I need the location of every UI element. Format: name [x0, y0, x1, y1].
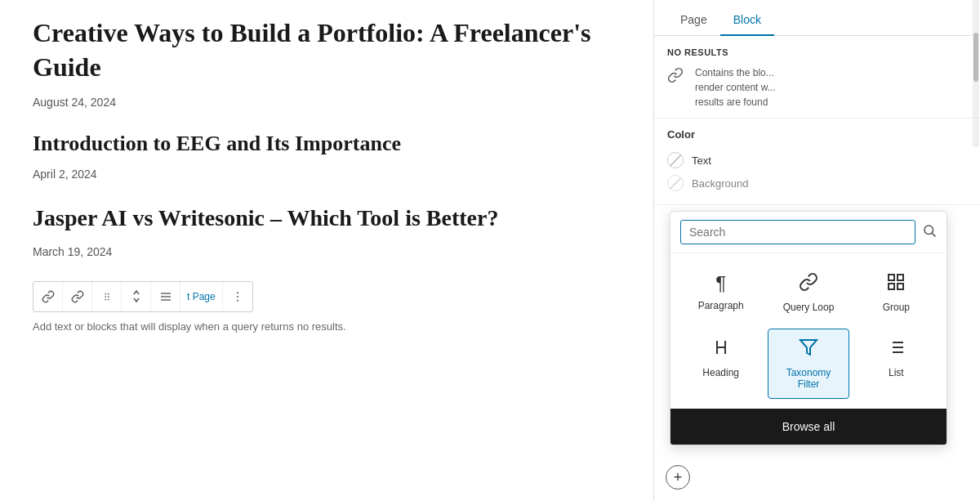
toolbar-align-btn[interactable] — [151, 282, 180, 311]
svg-marker-18 — [800, 340, 817, 355]
svg-rect-8 — [161, 299, 171, 300]
list-icon — [886, 338, 906, 362]
block-toolbar: t Page — [33, 281, 253, 312]
tab-block[interactable]: Block — [720, 5, 774, 36]
post-date-1: August 24, 2024 — [33, 96, 621, 109]
toolbar-drag-btn[interactable] — [92, 282, 122, 311]
no-results-item: Contains the blo...render content w...re… — [667, 65, 967, 110]
toolbar-up-btn[interactable] — [122, 282, 151, 311]
block-item-query-loop[interactable]: Query Loop — [768, 263, 849, 322]
svg-point-5 — [107, 298, 109, 300]
browse-all-button[interactable]: Browse all — [670, 409, 947, 445]
post-title-2: Introduction to EEG and Its Importance — [33, 132, 621, 156]
group-icon — [886, 272, 906, 297]
post-title-3: Jasper AI vs Writesonic – Which Tool is … — [33, 204, 621, 233]
main-content: Creative Ways to Build a Portfolio: A Fr… — [0, 0, 653, 501]
taxonomy-filter-icon — [799, 338, 818, 362]
post-date-2: April 2, 2024 — [33, 168, 621, 181]
toolbar-more-btn[interactable] — [223, 282, 252, 311]
post-item-2: Introduction to EEG and Its Importance A… — [33, 132, 621, 181]
paragraph-label: Paragraph — [698, 300, 744, 311]
picker-search-row — [670, 212, 947, 253]
color-section-title: Color — [667, 128, 967, 141]
block-item-paragraph[interactable]: ¶ Paragraph — [680, 263, 761, 322]
svg-point-1 — [107, 293, 109, 294]
post-title-1: Creative Ways to Build a Portfolio: A Fr… — [33, 16, 621, 84]
toolbar-link-btn[interactable] — [33, 282, 63, 311]
post-item-3: Jasper AI vs Writesonic – Which Tool is … — [33, 204, 621, 332]
text-color-circle[interactable] — [667, 152, 684, 168]
color-item-background: Background — [667, 172, 967, 195]
query-loop-label: Query Loop — [783, 302, 835, 313]
block-item-group[interactable]: Group — [856, 263, 937, 322]
svg-point-9 — [237, 292, 238, 293]
svg-point-12 — [924, 226, 933, 235]
block-grid: ¶ Paragraph Query Loop Group — [670, 253, 947, 409]
post-item-1: Creative Ways to Build a Portfolio: A Fr… — [33, 16, 621, 109]
post-date-3: March 19, 2024 — [33, 245, 621, 258]
taxonomy-filter-label: Taxonomy Filter — [775, 367, 841, 390]
toolbar-page-link[interactable]: t Page — [180, 282, 223, 311]
block-picker: ¶ Paragraph Query Loop Group — [670, 211, 947, 445]
no-results-section: No results Contains the blo...render con… — [654, 36, 980, 119]
background-color-circle[interactable] — [667, 175, 684, 191]
svg-point-11 — [237, 299, 238, 301]
block-search-input[interactable] — [680, 220, 915, 244]
no-results-desc: Contains the blo...render content w...re… — [695, 65, 776, 110]
tab-bar: Page Block — [654, 0, 980, 36]
query-loop-icon — [799, 272, 818, 297]
chain-link-icon — [667, 67, 687, 87]
svg-point-3 — [107, 296, 109, 297]
background-color-label: Background — [692, 177, 748, 190]
svg-point-2 — [105, 296, 106, 297]
hint-text: Add text or blocks that will display whe… — [33, 320, 621, 333]
heading-label: Heading — [702, 367, 739, 378]
group-label: Group — [883, 302, 910, 313]
svg-rect-16 — [889, 284, 894, 289]
toolbar-link-btn-2[interactable] — [63, 282, 92, 311]
block-item-heading[interactable]: Heading — [680, 329, 761, 399]
svg-point-0 — [105, 293, 106, 294]
svg-rect-14 — [889, 275, 894, 280]
list-label: List — [889, 367, 904, 378]
svg-point-4 — [105, 298, 106, 300]
block-item-list[interactable]: List — [856, 329, 937, 399]
tab-page[interactable]: Page — [667, 5, 720, 36]
search-icon — [922, 223, 937, 241]
heading-icon — [711, 338, 731, 362]
text-color-label: Text — [692, 154, 711, 167]
block-item-taxonomy-filter[interactable]: Taxonomy Filter — [768, 329, 849, 399]
no-results-title: No results — [667, 47, 967, 57]
svg-rect-15 — [898, 275, 903, 280]
color-section: Color Text Background — [654, 119, 980, 205]
color-item-text: Text — [667, 149, 967, 172]
paragraph-icon: ¶ — [715, 272, 726, 295]
svg-rect-7 — [161, 296, 171, 297]
svg-rect-17 — [898, 284, 903, 289]
add-block-button[interactable]: + — [666, 465, 690, 490]
svg-point-10 — [237, 296, 238, 297]
svg-line-13 — [932, 233, 935, 236]
svg-rect-6 — [161, 293, 171, 293]
